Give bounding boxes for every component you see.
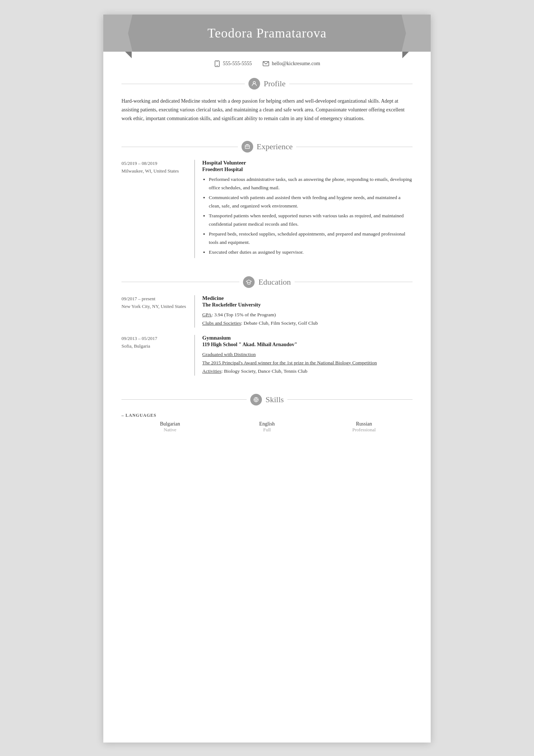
education-icon xyxy=(243,276,255,288)
phone-contact: 555-555-5555 xyxy=(214,60,252,67)
skills-line-left xyxy=(121,399,247,400)
skills-section: Skills – LANGUAGES Bulgarian Native Engl… xyxy=(103,387,431,436)
degree-1: Medicine xyxy=(202,295,413,301)
lang-level-2: Full xyxy=(219,427,316,433)
edu-detail-clubs: Clubs and Societies: Debate Club, Film S… xyxy=(202,319,413,328)
award-label: The 2015 Principal's Award winner for th… xyxy=(202,360,377,365)
experience-line-right xyxy=(296,147,413,147)
gpa-label: GPA xyxy=(202,312,212,317)
experience-line-left xyxy=(121,147,238,147)
job-org-1: Froedtert Hospital xyxy=(202,167,413,173)
email-icon xyxy=(263,60,269,67)
languages-container: – LANGUAGES Bulgarian Native English Ful… xyxy=(121,413,413,433)
languages-label: – LANGUAGES xyxy=(121,413,413,418)
activities-label: Activities xyxy=(202,368,222,374)
clubs-label: Clubs and Societies xyxy=(202,320,241,326)
lang-level-1: Native xyxy=(121,427,219,433)
edu-org-1: The Rockefeller University xyxy=(202,302,413,308)
education-line-left xyxy=(121,282,239,282)
languages-grid: Bulgarian Native English Full Russian Pr… xyxy=(121,421,413,433)
lang-name-3: Russian xyxy=(315,421,413,427)
education-entry-2: 09/2013 – 05/2017 Sofia, Bulgaria Gymnas… xyxy=(121,335,413,376)
edu-detail-gpa: GPA: 3.94 (Top 15% of the Program) xyxy=(202,311,413,319)
profile-icon xyxy=(248,78,260,90)
language-item-1: Bulgarian Native xyxy=(121,421,219,433)
experience-entry-1: 05/2019 – 08/2019 Milwaukee, WI, United … xyxy=(121,160,413,258)
profile-text: Hard-working and dedicated Medicine stud… xyxy=(121,97,413,130)
profile-section-header: Profile xyxy=(121,78,413,90)
phone-icon xyxy=(214,60,220,67)
language-item-2: English Full xyxy=(219,421,316,433)
svg-point-8 xyxy=(255,399,257,400)
edu-detail-distinction: Graduated with Distinction xyxy=(202,351,413,359)
bullet-item: Prepared beds, restocked supplies, sched… xyxy=(209,230,413,247)
candidate-name: Teodora Pramatarova xyxy=(111,25,423,41)
education-date-1: 09/2017 – present New York City, NY, Uni… xyxy=(121,295,194,328)
experience-date-1: 05/2019 – 08/2019 Milwaukee, WI, United … xyxy=(121,160,194,258)
bullet-item: Communicated with patients and assisted … xyxy=(209,194,413,210)
email-address: hello@kickresume.com xyxy=(272,61,320,67)
header-banner: Teodora Pramatarova xyxy=(103,15,431,52)
bullet-item: Executed other duties as assigned by sup… xyxy=(209,248,413,257)
svg-rect-1 xyxy=(216,66,218,66)
education-line-right xyxy=(295,282,413,282)
experience-section: Experience 05/2019 – 08/2019 Milwaukee, … xyxy=(103,134,431,269)
lang-level-3: Professional xyxy=(315,427,413,433)
phone-number: 555-555-5555 xyxy=(223,61,252,67)
education-date-2: 09/2013 – 05/2017 Sofia, Bulgaria xyxy=(121,335,194,376)
experience-section-header: Experience xyxy=(121,141,413,153)
profile-line-right xyxy=(289,84,413,84)
skills-icon xyxy=(250,394,262,405)
profile-section: Profile Hard-working and dedicated Medic… xyxy=(103,71,431,134)
experience-content-1: Hospital Volunteer Froedtert Hospital Pe… xyxy=(194,160,413,258)
degree-2: Gymnasium xyxy=(202,335,413,341)
lang-name-2: English xyxy=(219,421,316,427)
profile-line-left xyxy=(121,84,245,84)
profile-title: Profile xyxy=(264,79,286,88)
edu-org-2: 119 High School " Akad. Mihail Arnaudov" xyxy=(202,342,413,348)
bullet-item: Performed various administrative tasks, … xyxy=(209,175,413,192)
education-content-1: Medicine The Rockefeller University GPA:… xyxy=(194,295,413,328)
job-bullets-1: Performed various administrative tasks, … xyxy=(202,175,413,256)
skills-line-right xyxy=(287,399,413,400)
skills-section-header: Skills xyxy=(121,394,413,405)
distinction-label: Graduated with Distinction xyxy=(202,352,256,357)
language-item-3: Russian Professional xyxy=(315,421,413,433)
bullet-item: Transported patients when needed, suppor… xyxy=(209,212,413,229)
edu-detail-activities: Activities: Biology Society, Dance Club,… xyxy=(202,367,413,376)
email-contact: hello@kickresume.com xyxy=(263,60,320,67)
education-section-header: Education xyxy=(121,276,413,288)
svg-rect-2 xyxy=(216,62,218,62)
job-title-1: Hospital Volunteer xyxy=(202,160,413,166)
resume-page: Teodora Pramatarova 555-555-5555 hello@k… xyxy=(103,15,431,743)
education-content-2: Gymnasium 119 High School " Akad. Mihail… xyxy=(194,335,413,376)
experience-icon xyxy=(242,141,253,153)
experience-title: Experience xyxy=(257,142,293,151)
education-section: Education 09/2017 – present New York Cit… xyxy=(103,269,431,387)
skills-title: Skills xyxy=(266,395,284,404)
education-title: Education xyxy=(258,277,291,287)
edu-detail-award: The 2015 Principal's Award winner for th… xyxy=(202,359,413,367)
contact-bar: 555-555-5555 hello@kickresume.com xyxy=(103,52,431,71)
lang-name-1: Bulgarian xyxy=(121,421,219,427)
education-entry-1: 09/2017 – present New York City, NY, Uni… xyxy=(121,295,413,328)
svg-point-4 xyxy=(253,82,255,84)
